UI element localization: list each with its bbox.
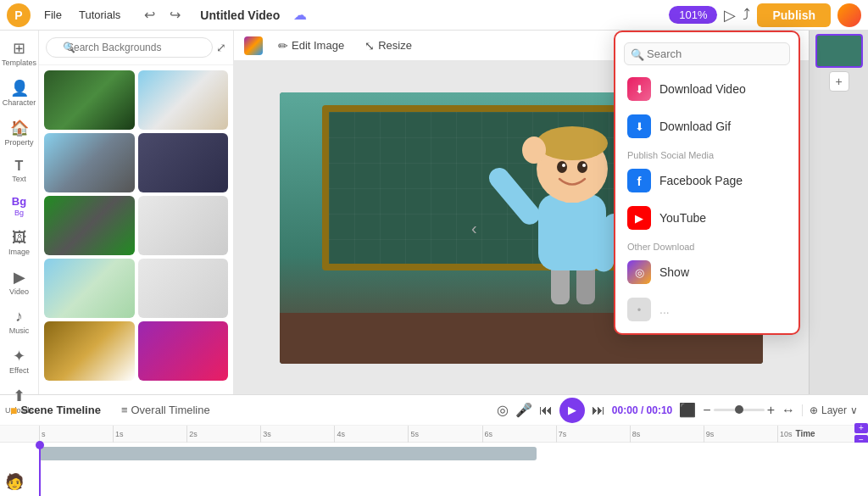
image-icon: 🖼	[12, 229, 27, 247]
panel-search-bar: 🔍 ⤢	[39, 31, 233, 65]
ruler-mark-7s: 7s	[556, 426, 630, 443]
skip-forward-icon[interactable]: ⏭	[592, 403, 605, 418]
sidebar-item-label-character: Character	[3, 98, 36, 107]
svg-point-11	[562, 164, 565, 167]
expand-width-icon[interactable]: ↔	[782, 403, 795, 418]
speed-line	[714, 409, 765, 411]
expand-icon[interactable]: ⤢	[216, 41, 226, 54]
bg-thumb-forest[interactable]	[44, 70, 135, 130]
layer-chevron-icon[interactable]: ∨	[850, 404, 858, 416]
download-video-label: Download Video	[659, 82, 746, 96]
bg-thumb-city[interactable]	[44, 133, 135, 192]
search-input[interactable]	[46, 37, 213, 58]
sidebar-item-templates[interactable]: ⊞ Templates	[3, 34, 36, 72]
bg-thumb-mountain[interactable]	[44, 259, 135, 318]
text-icon: T	[15, 159, 24, 174]
publish-button[interactable]: Publish	[757, 3, 831, 27]
facebook-label: Facebook Page	[659, 174, 743, 187]
edit-image-button[interactable]: ✏ Edit Image	[273, 36, 349, 55]
ruler-mark-4s: 4s	[334, 426, 408, 443]
bg-thumb-plain[interactable]	[138, 259, 229, 318]
bg-thumb-circles[interactable]	[138, 321, 229, 381]
svg-rect-4	[487, 164, 544, 229]
ruler-mark-5s: 5s	[408, 426, 481, 443]
sidebar-item-label-image: Image	[8, 248, 30, 256]
ruler-marks: s 1s 2s 3s 4s 5s 6s 7s 8s 9s 10s Time	[39, 426, 851, 443]
more-item[interactable]: • ...	[615, 291, 798, 328]
overall-icon: ≡	[121, 404, 128, 416]
youtube-item[interactable]: ▶ YouTube	[615, 199, 798, 237]
bg-thumb-room[interactable]	[44, 321, 135, 381]
add-time-button[interactable]: +	[854, 423, 868, 433]
color-swatch[interactable]	[244, 36, 263, 55]
facebook-icon: f	[627, 169, 651, 192]
video-icon: ▶	[14, 268, 25, 287]
scene-thumbnail-1[interactable]	[815, 34, 863, 68]
overall-timeline-button[interactable]: ≡ Overall Timeline	[121, 404, 210, 416]
dropdown-search-input[interactable]	[624, 42, 790, 65]
music-icon: ♪	[15, 308, 23, 326]
right-scenes-panel: +	[809, 31, 868, 394]
property-icon: 🏠	[10, 119, 29, 137]
share-icon[interactable]: ⤴	[743, 6, 750, 24]
facebook-item[interactable]: f Facebook Page	[615, 162, 798, 199]
download-gif-item[interactable]: ⬇ Download Gif	[615, 108, 798, 145]
timeline-controls: ◎ 🎤 ⏮ ▶ ⏭ 00:00 / 00:10 ⬛ − + ↔ ⊕ Layer …	[497, 398, 858, 423]
sidebar-item-bg[interactable]: Bg Bg	[3, 190, 36, 222]
zoom-button[interactable]: 101%	[669, 6, 717, 24]
left-sidebar: ⊞ Templates 👤 Character 🏠 Property T Tex…	[0, 31, 39, 394]
redo-button[interactable]: ↪	[163, 3, 186, 27]
menu-file[interactable]: File	[37, 5, 69, 25]
preview-icon[interactable]: ▷	[724, 6, 736, 25]
resize-icon: ⤡	[364, 39, 375, 53]
sidebar-item-image[interactable]: 🖼 Image	[3, 224, 36, 261]
playhead[interactable]	[39, 443, 41, 496]
cloud-sync-icon: ☁	[293, 7, 307, 23]
captions-icon[interactable]: ⬛	[679, 402, 696, 418]
sidebar-item-text[interactable]: T Text	[3, 153, 36, 188]
skip-back-icon[interactable]: ⏮	[539, 403, 553, 418]
show-icon: ◎	[627, 260, 651, 284]
youtube-label: YouTube	[659, 211, 706, 225]
svg-point-10	[577, 161, 587, 173]
effect-icon: ✦	[13, 347, 25, 365]
bg-thumb-blank1[interactable]	[138, 196, 229, 255]
dropdown-search-icon: 🔍	[631, 47, 644, 60]
resize-button[interactable]: ⤡ Resize	[359, 36, 417, 55]
pencil-icon: ✏	[278, 39, 288, 53]
app-logo[interactable]: P	[7, 3, 31, 27]
sidebar-item-effect[interactable]: ✦ Effect	[3, 342, 36, 380]
ruler-mark-3s: 3s	[260, 426, 334, 443]
speed-slider[interactable]: − +	[703, 403, 775, 418]
bg-thumb-window[interactable]	[138, 133, 229, 192]
menu-tutorials[interactable]: Tutorials	[72, 5, 127, 25]
face-animation-icon[interactable]: ◎	[497, 402, 509, 418]
timeline-time: 00:00 / 00:10	[612, 404, 672, 416]
other-section-label: Other Download	[615, 237, 798, 254]
topbar: P File Tutorials ↩ ↪ Untitled Video ☁ 10…	[0, 0, 868, 31]
sidebar-item-video[interactable]: ▶ Video	[3, 263, 36, 301]
bg-thumb-sofa[interactable]	[138, 70, 229, 130]
sidebar-item-label-effect: Effect	[9, 366, 29, 375]
microphone-icon[interactable]: 🎤	[515, 402, 532, 418]
play-button[interactable]: ▶	[559, 398, 585, 423]
user-avatar[interactable]	[837, 3, 861, 27]
more-item-icon: •	[627, 298, 651, 321]
track-block-1[interactable]	[39, 447, 537, 460]
svg-point-12	[582, 164, 586, 167]
dropdown-search-wrap: 🔍	[624, 42, 790, 65]
bg-thumb-road[interactable]	[44, 196, 135, 255]
sidebar-item-music[interactable]: ♪ Music	[3, 303, 36, 340]
sidebar-item-character[interactable]: 👤 Character	[3, 74, 36, 112]
publish-dropdown: 🔍 ⬇ Download Video ⬇ Download Gif Publis…	[614, 31, 800, 335]
scene-timeline-label: ■ Scene Timeline	[10, 404, 101, 417]
timeline-time-add-remove: + −	[854, 423, 868, 445]
show-item[interactable]: ◎ Show	[615, 254, 798, 291]
timeline-tracks: 🧑	[0, 443, 868, 496]
download-video-item[interactable]: ⬇ Download Video	[615, 70, 798, 108]
add-scene-button[interactable]: +	[829, 71, 849, 92]
backgrounds-panel: 🔍 ⤢	[39, 31, 234, 394]
undo-button[interactable]: ↩	[137, 3, 161, 27]
prev-scene-button[interactable]: ‹	[471, 218, 477, 237]
sidebar-item-property[interactable]: 🏠 Property	[3, 114, 36, 152]
